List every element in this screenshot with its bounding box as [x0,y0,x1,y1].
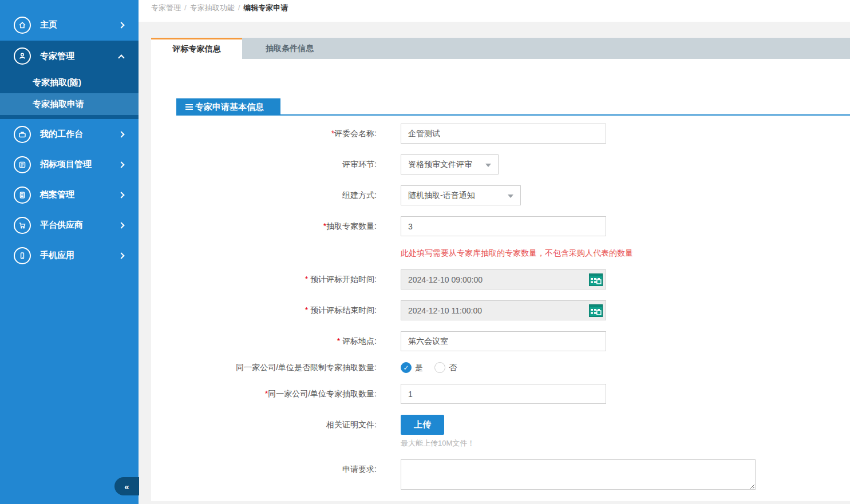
collapse-icon: « [124,482,129,491]
sidebar-item-label: 平台供应商 [40,220,119,231]
upload-size-hint: 最大能上传10M文件！ [401,438,475,449]
archives-icon [14,186,31,204]
caret-down-icon [508,195,513,198]
sidebar-item-mobile-app[interactable]: 手机应用 [0,240,139,271]
sidebar-item-label: 专家管理 [40,51,119,62]
breadcrumb-current: 编辑专家申请 [243,3,288,12]
form-row: *抽取专家数量: [151,216,850,236]
chevron-right-icon [118,131,124,137]
tab-extraction-conditions[interactable]: 抽取条件信息 [242,38,337,59]
calendar-icon[interactable] [589,273,603,286]
limit-radio-group: ✓ 是 否 [401,362,468,373]
field-label: 相关证明文件: [151,415,377,449]
chevron-up-icon [118,54,124,61]
home-icon [14,17,31,34]
formation-method-select[interactable]: 随机抽取-语音通知 [401,185,521,205]
form-row: * 预计评标结束时间: 2024-12-10 11:00:00 [151,300,850,320]
caret-down-icon [485,164,491,167]
breadcrumb: 专家管理/专家抽取功能/编辑专家申请 [139,0,850,22]
workbench-icon [14,126,31,143]
calendar-icon[interactable] [589,304,603,317]
sidebar-subitem-expert-extraction[interactable]: 专家抽取(随) [0,72,139,93]
sidebar-subitem-label: 专家抽取(随) [33,77,81,88]
breadcrumb-item[interactable]: 专家管理 [151,3,181,12]
field-label: * 预计评标结束时间: [151,300,377,320]
location-input[interactable] [401,331,606,351]
sidebar-item-workbench[interactable]: 我的工作台 [0,119,139,149]
sidebar-item-suppliers[interactable]: 平台供应商 [0,210,139,240]
field-label: 组建方式: [151,185,377,205]
section-title: 专家申请基本信息 [176,98,280,116]
field-label: *评委会名称: [151,124,377,144]
sidebar-item-label: 手机应用 [40,250,119,261]
breadcrumb-separator: / [238,3,240,12]
start-time-picker[interactable]: 2024-12-10 09:00:00 [401,269,606,289]
form-row: * 预计评标开始时间: 2024-12-10 09:00:00 [151,269,850,289]
expert-application-form: *评委会名称: 评审环节: 资格预审文件评审 组建方式: 随机抽取-语音通知 [151,124,850,503]
experts-icon [14,47,31,65]
date-value: 2024-12-10 11:00:00 [408,306,482,315]
field-label: *抽取专家数量: [151,216,377,236]
sidebar-item-label: 档案管理 [40,189,119,200]
sidebar-item-label: 主页 [40,19,119,30]
radio-unchecked-icon [434,362,445,373]
form-row: *同一家公司/单位专家抽取数量: [151,384,850,404]
tab-label: 评标专家信息 [173,44,221,54]
chevron-right-icon [118,161,124,168]
sidebar-group-experts: 专家管理 专家抽取(随) 专家抽取申请 [0,41,139,119]
field-label: 同一家公司/单位是否限制专家抽取数量: [151,363,377,373]
sidebar-item-archives[interactable]: 档案管理 [0,180,139,210]
mobile-icon [14,247,31,264]
section-divider [176,114,850,116]
field-label: * 预计评标开始时间: [151,269,377,289]
upload-button[interactable]: 上传 [401,415,444,435]
tab-label: 抽取条件信息 [266,43,314,54]
chevron-right-icon [118,222,124,228]
tab-bar: 评标专家信息 抽取条件信息 [151,38,850,59]
list-icon [185,103,193,111]
chevron-right-icon [118,252,124,259]
form-row: 相关证明文件: 上传 最大能上传10M文件！ [151,415,850,449]
selected-value: 随机抽取-语音通知 [408,191,475,201]
field-label: 申请要求: [151,459,377,492]
sidebar-item-label: 我的工作台 [40,129,119,140]
radio-option-yes[interactable]: ✓ 是 [401,362,423,373]
sidebar-subitem-extraction-application[interactable]: 专家抽取申请 [0,93,139,115]
form-row: 评审环节: 资格预审文件评审 [151,154,850,174]
sidebar: 主页 专家管理 专家抽取(随) 专家抽取申请 我的工作台 [0,0,139,504]
expert-count-hint: 此处填写需要从专家库抽取的专家数量，不包含采购人代表的数量 [401,247,633,259]
sidebar-subitem-label: 专家抽取申请 [33,99,84,110]
field-label: * 评标地点: [151,331,377,351]
form-row: 同一家公司/单位是否限制专家抽取数量: ✓ 是 否 [151,362,850,373]
review-stage-select[interactable]: 资格预审文件评审 [401,154,499,174]
form-row: 申请要求: [151,459,850,492]
suppliers-icon [14,217,31,234]
form-row: 组建方式: 随机抽取-语音通知 [151,185,850,205]
field-label: *同一家公司/单位专家抽取数量: [151,384,377,404]
radio-option-no[interactable]: 否 [434,362,457,373]
breadcrumb-separator: / [184,3,187,12]
content-panel: 评标专家信息 抽取条件信息 专家申请基本信息 *评委会名称: 评审环节: 资格预… [151,38,850,501]
sidebar-item-label: 招标项目管理 [40,159,119,170]
expert-count-input[interactable] [401,216,606,236]
radio-checked-icon: ✓ [401,362,412,373]
form-row: *评委会名称: [151,124,850,144]
form-row: * 评标地点: [151,331,850,351]
sidebar-item-expert-management[interactable]: 专家管理 [0,41,139,72]
same-company-count-input[interactable] [401,384,606,404]
date-value: 2024-12-10 09:00:00 [408,275,483,284]
end-time-picker[interactable]: 2024-12-10 11:00:00 [401,300,606,320]
requirements-textarea[interactable] [401,459,756,490]
tab-expert-info[interactable]: 评标专家信息 [151,38,242,59]
sidebar-collapse-button[interactable]: « [114,477,139,495]
projects-icon [14,156,31,173]
breadcrumb-item[interactable]: 专家抽取功能 [190,3,235,12]
sidebar-item-bid-projects[interactable]: 招标项目管理 [0,149,139,180]
committee-name-input[interactable] [401,124,606,144]
chevron-right-icon [118,192,124,198]
selected-value: 资格预审文件评审 [408,160,472,170]
field-label: 评审环节: [151,154,377,174]
chevron-right-icon [118,22,124,28]
sidebar-item-home[interactable]: 主页 [0,10,139,40]
form-row: 此处填写需要从专家库抽取的专家数量，不包含采购人代表的数量 [151,247,850,259]
